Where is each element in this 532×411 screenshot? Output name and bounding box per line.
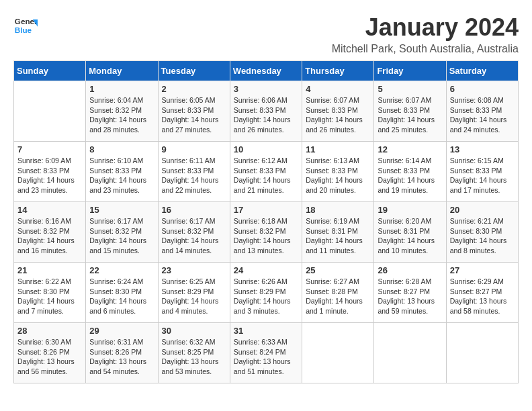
day-number: 5 [378, 84, 442, 94]
day-info: Sunrise: 6:19 AMSunset: 8:31 PMDaylight:… [306, 216, 370, 256]
day-number: 15 [89, 205, 154, 215]
day-number: 7 [17, 144, 82, 154]
day-number: 27 [450, 265, 515, 275]
calendar-cell: 2Sunrise: 6:05 AMSunset: 8:33 PMDaylight… [158, 81, 230, 142]
day-number: 12 [378, 144, 442, 154]
day-number: 8 [89, 144, 154, 154]
calendar-cell: 29Sunrise: 6:31 AMSunset: 8:26 PMDayligh… [86, 323, 158, 383]
page-header: General Blue January 2024 Mitchell Park,… [13, 13, 519, 55]
calendar-subtitle: Mitchell Park, South Australia, Australi… [332, 43, 519, 55]
title-block: January 2024 Mitchell Park, South Austra… [332, 13, 519, 55]
day-info: Sunrise: 6:28 AMSunset: 8:27 PMDaylight:… [378, 277, 442, 316]
day-number: 19 [378, 205, 442, 215]
day-info: Sunrise: 6:13 AMSunset: 8:33 PMDaylight:… [306, 156, 370, 195]
calendar-cell [302, 323, 374, 383]
calendar-cell: 28Sunrise: 6:30 AMSunset: 8:26 PMDayligh… [14, 323, 86, 383]
day-info: Sunrise: 6:18 AMSunset: 8:32 PMDaylight:… [234, 216, 298, 256]
logo-icon: General Blue [13, 13, 38, 38]
header-thursday: Thursday [302, 61, 374, 81]
day-number: 10 [234, 144, 298, 154]
day-number: 2 [162, 84, 226, 94]
calendar-cell [446, 323, 518, 383]
day-info: Sunrise: 6:26 AMSunset: 8:29 PMDaylight:… [234, 277, 298, 316]
calendar-cell: 11Sunrise: 6:13 AMSunset: 8:33 PMDayligh… [302, 142, 374, 202]
calendar-cell: 17Sunrise: 6:18 AMSunset: 8:32 PMDayligh… [230, 202, 302, 263]
calendar-cell: 8Sunrise: 6:10 AMSunset: 8:33 PMDaylight… [86, 142, 158, 202]
day-number: 1 [89, 84, 154, 94]
day-info: Sunrise: 6:15 AMSunset: 8:33 PMDaylight:… [450, 156, 515, 195]
calendar-cell: 21Sunrise: 6:22 AMSunset: 8:30 PMDayligh… [14, 263, 86, 323]
day-number: 18 [306, 205, 370, 215]
calendar-cell: 13Sunrise: 6:15 AMSunset: 8:33 PMDayligh… [446, 142, 518, 202]
day-info: Sunrise: 6:11 AMSunset: 8:33 PMDaylight:… [162, 156, 226, 195]
day-number: 13 [450, 144, 515, 154]
day-number: 9 [162, 144, 226, 154]
calendar-week-row: 28Sunrise: 6:30 AMSunset: 8:26 PMDayligh… [14, 323, 519, 383]
calendar-cell: 19Sunrise: 6:20 AMSunset: 8:31 PMDayligh… [374, 202, 446, 263]
header-saturday: Saturday [446, 61, 518, 81]
day-info: Sunrise: 6:21 AMSunset: 8:30 PMDaylight:… [450, 216, 515, 256]
day-info: Sunrise: 6:08 AMSunset: 8:33 PMDaylight:… [450, 95, 515, 135]
calendar-cell: 15Sunrise: 6:17 AMSunset: 8:32 PMDayligh… [86, 202, 158, 263]
calendar-week-row: 1Sunrise: 6:04 AMSunset: 8:32 PMDaylight… [14, 81, 519, 142]
day-info: Sunrise: 6:17 AMSunset: 8:32 PMDaylight:… [89, 216, 154, 256]
day-info: Sunrise: 6:09 AMSunset: 8:33 PMDaylight:… [17, 156, 82, 195]
day-info: Sunrise: 6:22 AMSunset: 8:30 PMDaylight:… [17, 277, 82, 316]
calendar-cell: 27Sunrise: 6:29 AMSunset: 8:27 PMDayligh… [446, 263, 518, 323]
calendar-cell: 12Sunrise: 6:14 AMSunset: 8:33 PMDayligh… [374, 142, 446, 202]
calendar-cell: 20Sunrise: 6:21 AMSunset: 8:30 PMDayligh… [446, 202, 518, 263]
calendar-cell: 25Sunrise: 6:27 AMSunset: 8:28 PMDayligh… [302, 263, 374, 323]
calendar-week-row: 14Sunrise: 6:16 AMSunset: 8:32 PMDayligh… [14, 202, 519, 263]
day-info: Sunrise: 6:27 AMSunset: 8:28 PMDaylight:… [306, 277, 370, 316]
day-info: Sunrise: 6:04 AMSunset: 8:32 PMDaylight:… [89, 95, 154, 135]
calendar-title: January 2024 [332, 13, 519, 42]
day-number: 21 [17, 265, 82, 275]
calendar-cell: 9Sunrise: 6:11 AMSunset: 8:33 PMDaylight… [158, 142, 230, 202]
calendar-cell [14, 81, 86, 142]
day-number: 11 [306, 144, 370, 154]
calendar-cell: 1Sunrise: 6:04 AMSunset: 8:32 PMDaylight… [86, 81, 158, 142]
day-info: Sunrise: 6:12 AMSunset: 8:33 PMDaylight:… [234, 156, 298, 195]
day-info: Sunrise: 6:31 AMSunset: 8:26 PMDaylight:… [89, 337, 154, 377]
day-info: Sunrise: 6:25 AMSunset: 8:29 PMDaylight:… [162, 277, 226, 316]
calendar-cell [374, 323, 446, 383]
day-number: 16 [162, 205, 226, 215]
day-info: Sunrise: 6:29 AMSunset: 8:27 PMDaylight:… [450, 277, 515, 316]
calendar-cell: 16Sunrise: 6:17 AMSunset: 8:32 PMDayligh… [158, 202, 230, 263]
header-monday: Monday [86, 61, 158, 81]
calendar-cell: 4Sunrise: 6:07 AMSunset: 8:33 PMDaylight… [302, 81, 374, 142]
header-sunday: Sunday [14, 61, 86, 81]
calendar-cell: 24Sunrise: 6:26 AMSunset: 8:29 PMDayligh… [230, 263, 302, 323]
day-info: Sunrise: 6:20 AMSunset: 8:31 PMDaylight:… [378, 216, 442, 256]
calendar-week-row: 21Sunrise: 6:22 AMSunset: 8:30 PMDayligh… [14, 263, 519, 323]
calendar-cell: 31Sunrise: 6:33 AMSunset: 8:24 PMDayligh… [230, 323, 302, 383]
day-number: 26 [378, 265, 442, 275]
calendar-header-row: SundayMondayTuesdayWednesdayThursdayFrid… [14, 61, 519, 81]
day-number: 22 [89, 265, 154, 275]
day-number: 3 [234, 84, 298, 94]
day-info: Sunrise: 6:07 AMSunset: 8:33 PMDaylight:… [378, 95, 442, 135]
day-info: Sunrise: 6:17 AMSunset: 8:32 PMDaylight:… [162, 216, 226, 256]
calendar-cell: 22Sunrise: 6:24 AMSunset: 8:30 PMDayligh… [86, 263, 158, 323]
day-info: Sunrise: 6:05 AMSunset: 8:33 PMDaylight:… [162, 95, 226, 135]
day-info: Sunrise: 6:16 AMSunset: 8:32 PMDaylight:… [17, 216, 82, 256]
day-number: 25 [306, 265, 370, 275]
day-number: 17 [234, 205, 298, 215]
calendar-table: SundayMondayTuesdayWednesdayThursdayFrid… [13, 60, 519, 383]
calendar-week-row: 7Sunrise: 6:09 AMSunset: 8:33 PMDaylight… [14, 142, 519, 202]
day-number: 31 [234, 326, 298, 336]
svg-text:Blue: Blue [15, 26, 32, 34]
day-number: 24 [234, 265, 298, 275]
day-info: Sunrise: 6:07 AMSunset: 8:33 PMDaylight:… [306, 95, 370, 135]
day-info: Sunrise: 6:06 AMSunset: 8:33 PMDaylight:… [234, 95, 298, 135]
day-number: 4 [306, 84, 370, 94]
day-number: 23 [162, 265, 226, 275]
day-info: Sunrise: 6:14 AMSunset: 8:33 PMDaylight:… [378, 156, 442, 195]
calendar-cell: 5Sunrise: 6:07 AMSunset: 8:33 PMDaylight… [374, 81, 446, 142]
calendar-cell: 10Sunrise: 6:12 AMSunset: 8:33 PMDayligh… [230, 142, 302, 202]
day-info: Sunrise: 6:30 AMSunset: 8:26 PMDaylight:… [17, 337, 82, 377]
calendar-cell: 3Sunrise: 6:06 AMSunset: 8:33 PMDaylight… [230, 81, 302, 142]
day-info: Sunrise: 6:33 AMSunset: 8:24 PMDaylight:… [234, 337, 298, 377]
calendar-cell: 14Sunrise: 6:16 AMSunset: 8:32 PMDayligh… [14, 202, 86, 263]
day-number: 20 [450, 205, 515, 215]
